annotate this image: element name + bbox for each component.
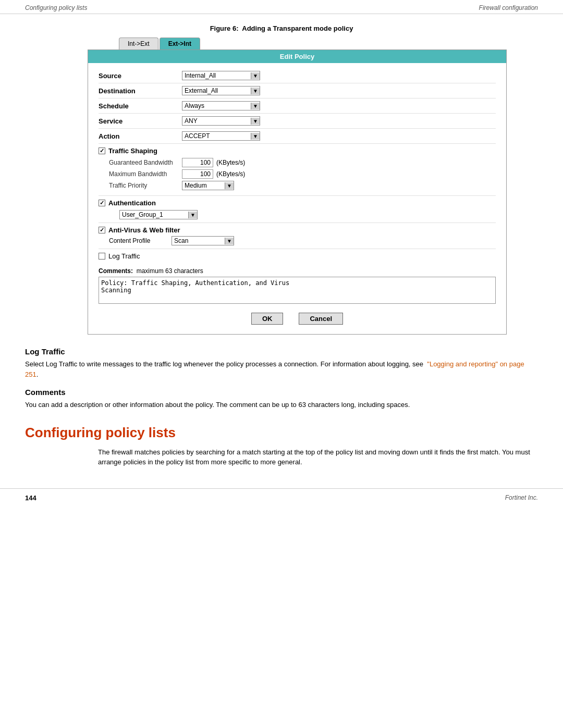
content-profile-select[interactable]: Scan ▼ [172,236,234,245]
log-traffic-header: Log Traffic [99,252,496,260]
action-row: Action ACCEPT ▼ [99,129,496,144]
page-header: Configuring policy lists Firewall config… [0,0,563,14]
guaranteed-bandwidth-label: Guaranteed Bandwidth [109,159,182,166]
action-select[interactable]: ACCEPT ▼ [182,131,260,141]
dialog-body: Source Internal_All ▼ Destination Extern… [88,63,506,334]
guaranteed-bandwidth-unit: (KBytes/s) [216,159,245,166]
shaping-header: Traffic Shaping [99,147,496,155]
tab-int-ext[interactable]: Int->Ext [119,38,158,50]
schedule-control: Always ▼ [182,101,260,110]
authentication-checkbox[interactable] [99,200,105,206]
service-row: Service ANY ▼ [99,114,496,129]
source-control: Internal_All ▼ [182,71,260,80]
source-value: Internal_All [182,71,251,80]
log-traffic-section: Log Traffic [99,249,496,265]
figure-label: Figure 6: Adding a Transparent mode poli… [210,24,353,32]
configuring-body-wrapper: The firewall matches policies by searchi… [98,447,538,467]
guaranteed-bandwidth-input[interactable] [182,158,213,167]
source-row: Source Internal_All ▼ [99,68,496,83]
comments-body: You can add a description or other infor… [25,400,538,410]
tabs-container: Int->Ext Ext->Int [119,38,538,50]
content-profile-value: Scan [172,237,225,245]
maximum-bandwidth-unit: (KBytes/s) [216,170,245,178]
guaranteed-bandwidth-row: Guaranteed Bandwidth (KBytes/s) [109,158,496,167]
page-footer: 144 Fortinet Inc. [0,488,563,507]
traffic-priority-label: Traffic Priority [109,182,182,189]
dialog-buttons: OK Cancel [99,307,496,329]
action-label: Action [99,132,182,140]
antivirus-section: Anti-Virus & Web filter Content Profile … [99,223,496,249]
header-left: Configuring policy lists [25,4,87,11]
content-profile-row: Content Profile Scan ▼ [109,236,496,245]
auth-dropdown-arrow[interactable]: ▼ [188,212,197,218]
service-select[interactable]: ANY ▼ [182,116,260,126]
action-value: ACCEPT [182,132,251,140]
content-profile-dropdown-arrow[interactable]: ▼ [225,238,234,244]
configuring-body: The firewall matches policies by searchi… [98,447,538,467]
authentication-section: Authentication User_Group_1 ▼ [99,196,496,223]
traffic-priority-dropdown-arrow[interactable]: ▼ [225,182,234,189]
auth-header: Authentication [99,199,496,207]
service-control: ANY ▼ [182,116,260,126]
page-content: Figure 6: Adding a Transparent mode poli… [0,24,563,467]
comments-label: Comments: maximum 63 characters [99,267,496,275]
shaping-fields: Guaranteed Bandwidth (KBytes/s) Maximum … [109,158,496,190]
traffic-shaping-checkbox[interactable] [99,147,105,154]
antivirus-header: Anti-Virus & Web filter [99,226,496,234]
log-traffic-heading: Log Traffic [25,347,538,356]
dialog-box: Edit Policy Source Internal_All ▼ Destin… [88,50,507,335]
traffic-priority-select[interactable]: Medium ▼ [182,181,234,190]
traffic-shaping-label: Traffic Shaping [99,147,157,155]
maximum-bandwidth-input[interactable] [182,169,213,179]
traffic-priority-value: Medium [182,181,225,190]
comments-text-section: Comments You can add a description or ot… [25,388,538,410]
comments-textarea[interactable] [99,277,496,304]
auth-user-group-select[interactable]: User_Group_1 ▼ [119,210,198,219]
log-traffic-checkbox[interactable] [99,253,105,260]
service-dropdown-arrow[interactable]: ▼ [251,118,260,125]
configuring-title: Configuring policy lists [25,425,538,441]
destination-value: External_All [182,87,251,95]
authentication-label: Authentication [99,199,156,207]
comments-section: Comments: maximum 63 characters [99,265,496,307]
source-label: Source [99,72,182,80]
schedule-dropdown-arrow[interactable]: ▼ [251,103,260,109]
content-profile-label: Content Profile [109,237,172,244]
header-right: Firewall configuration [479,4,538,11]
configuring-section: Configuring policy lists The firewall ma… [25,425,538,467]
log-traffic-body: Select Log Traffic to write messages to … [25,359,538,379]
schedule-row: Schedule Always ▼ [99,98,496,114]
dialog-header: Edit Policy [88,50,506,63]
page-number: 144 [25,494,36,502]
source-dropdown-arrow[interactable]: ▼ [251,72,260,79]
schedule-label: Schedule [99,102,182,110]
log-traffic-label: Log Traffic [99,252,140,260]
maximum-bandwidth-row: Maximum Bandwidth (KBytes/s) [109,169,496,179]
action-control: ACCEPT ▼ [182,131,260,141]
antivirus-checkbox[interactable] [99,227,105,233]
service-label: Service [99,117,182,125]
company-name: Fortinet Inc. [505,494,538,501]
action-dropdown-arrow[interactable]: ▼ [251,133,260,140]
destination-select[interactable]: External_All ▼ [182,86,260,95]
destination-row: Destination External_All ▼ [99,83,496,98]
maximum-bandwidth-label: Maximum Bandwidth [109,170,182,178]
auth-user-group-value: User_Group_1 [120,211,188,219]
traffic-priority-row: Traffic Priority Medium ▼ [109,181,496,190]
source-select[interactable]: Internal_All ▼ [182,71,260,80]
schedule-select[interactable]: Always ▼ [182,101,260,110]
tab-ext-int[interactable]: Ext->Int [160,38,200,50]
figure-caption: Figure 6: Adding a Transparent mode poli… [25,24,538,32]
antivirus-label: Anti-Virus & Web filter [99,226,180,234]
destination-label: Destination [99,87,182,95]
destination-dropdown-arrow[interactable]: ▼ [251,88,260,94]
schedule-value: Always [182,102,251,110]
cancel-button[interactable]: Cancel [299,313,343,325]
ok-button[interactable]: OK [251,313,284,325]
log-traffic-text-section: Log Traffic Select Log Traffic to write … [25,347,538,379]
auth-fields: User_Group_1 ▼ [109,210,496,219]
service-value: ANY [182,117,251,125]
destination-control: External_All ▼ [182,86,260,95]
traffic-shaping-section: Traffic Shaping Guaranteed Bandwidth (KB… [99,144,496,196]
comments-heading: Comments [25,388,538,397]
